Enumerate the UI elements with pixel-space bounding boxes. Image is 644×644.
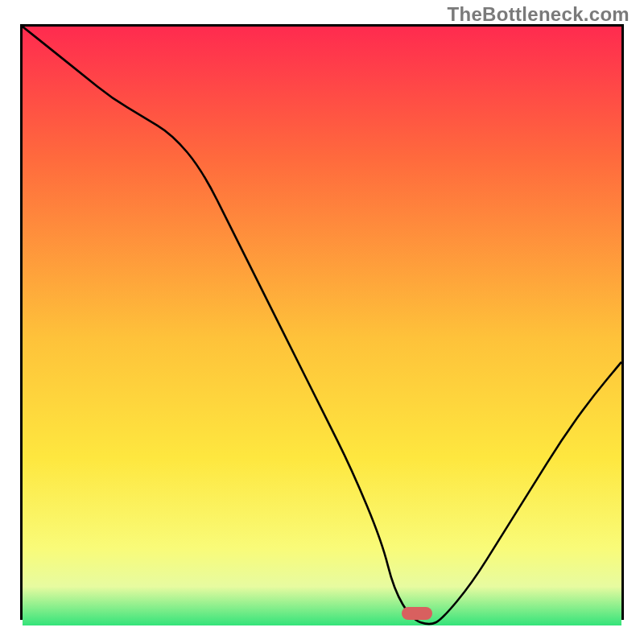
watermark-label: TheBottleneck.com (448, 3, 630, 26)
optimal-marker (402, 607, 432, 620)
bottleneck-curve (23, 27, 621, 625)
plot-area (20, 24, 624, 620)
chart-container: TheBottleneck.com (0, 0, 644, 644)
